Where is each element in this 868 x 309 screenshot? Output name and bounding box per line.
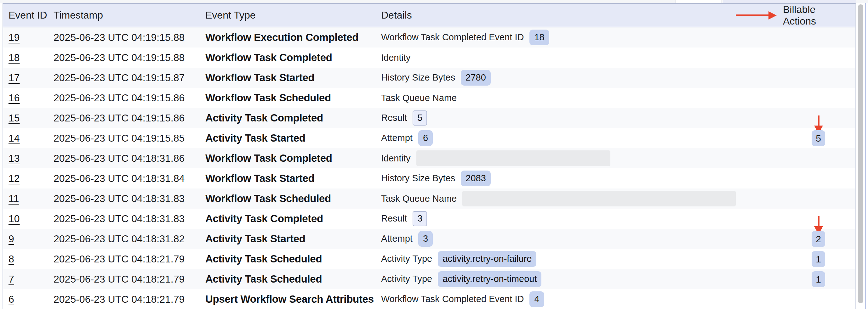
top-edge-strip [0, 0, 868, 3]
event-id-link[interactable]: 9 [8, 233, 14, 244]
event-type-text: Activity Task Completed [205, 213, 323, 225]
detail-value-badge: activity.retry-on-failure [438, 251, 536, 267]
billable-actions-cell: 5 [736, 130, 856, 146]
detail-label: Attempt [381, 234, 412, 244]
event-id-link[interactable]: 16 [8, 92, 20, 104]
redacted-value-box [416, 150, 610, 166]
event-history-table: Event ID Timestamp Event Type Details Bi… [2, 3, 856, 309]
event-details-cell: History Size Bytes 2780 [381, 70, 736, 85]
timestamp-text: 2025-06-23 UTC 04:18:31.86 [54, 152, 185, 164]
detail-label: History Size Bytes [381, 173, 455, 183]
timestamp-text: 2025-06-23 UTC 04:19:15.85 [54, 133, 185, 144]
event-id-link[interactable]: 13 [8, 152, 20, 164]
detail-label: Identity [381, 153, 411, 164]
partial-control-top-edge[interactable] [676, 0, 722, 3]
column-header-event-type: Event Type [205, 9, 381, 21]
event-type-text: Workflow Task Started [205, 172, 314, 184]
table-row[interactable]: 11 2025-06-23 UTC 04:18:31.83 Workflow T… [3, 188, 856, 209]
event-type-text: Activity Task Started [205, 132, 306, 144]
event-details-cell: Attempt 3 [381, 231, 736, 247]
table-header-row: Event ID Timestamp Event Type Details Bi… [3, 4, 856, 27]
event-id-link[interactable]: 6 [8, 294, 14, 305]
event-type-text: Activity Task Scheduled [205, 253, 322, 265]
redacted-value-box [462, 191, 736, 206]
event-details-cell: Task Queue Name [381, 191, 736, 206]
event-details-cell: Identity [381, 150, 736, 166]
column-header-details: Details [381, 9, 736, 21]
timestamp-text: 2025-06-23 UTC 04:19:15.88 [54, 52, 185, 63]
timestamp-text: 2025-06-23 UTC 04:18:31.84 [54, 173, 185, 184]
vertical-scrollbar-thumb[interactable] [858, 4, 863, 303]
event-details-cell: Workflow Task Completed Event ID 4 [381, 291, 736, 307]
billable-actions-cell: 1 [736, 251, 856, 267]
timestamp-text: 2025-06-23 UTC 04:18:31.83 [54, 213, 185, 225]
table-row[interactable]: 17 2025-06-23 UTC 04:19:15.87 Workflow T… [3, 68, 856, 88]
table-row[interactable]: 18 2025-06-23 UTC 04:19:15.88 Workflow T… [3, 47, 856, 68]
event-id-link[interactable]: 11 [8, 193, 19, 204]
table-row[interactable]: 12 2025-06-23 UTC 04:18:31.84 Workflow T… [3, 168, 856, 188]
detail-value-badge: 3 [412, 211, 427, 226]
event-details-cell: Activity Type activity.retry-on-timeout [381, 271, 736, 287]
event-details-cell: Result 3 [381, 211, 736, 226]
table-row[interactable]: 6 2025-06-23 UTC 04:18:21.79 Upsert Work… [3, 289, 856, 309]
detail-value-badge: 6 [418, 130, 433, 146]
detail-value-badge: 2083 [461, 171, 491, 186]
event-type-text: Workflow Task Completed [205, 52, 332, 63]
timestamp-text: 2025-06-23 UTC 04:18:21.79 [54, 294, 185, 305]
timestamp-text: 2025-06-23 UTC 04:19:15.88 [54, 32, 185, 43]
event-id-link[interactable]: 10 [8, 213, 20, 225]
timestamp-text: 2025-06-23 UTC 04:19:15.86 [54, 112, 185, 124]
table-row[interactable]: 10 2025-06-23 UTC 04:18:31.83 Activity T… [3, 209, 856, 229]
table-row[interactable]: 13 2025-06-23 UTC 04:18:31.86 Workflow T… [3, 148, 856, 168]
event-id-link[interactable]: 7 [8, 273, 14, 285]
detail-label: Workflow Task Completed Event ID [381, 294, 524, 304]
event-id-link[interactable]: 12 [8, 173, 20, 184]
detail-label: Result [381, 213, 407, 224]
detail-label: Task Queue Name [381, 194, 457, 204]
red-right-arrow-icon [736, 11, 777, 20]
table-body: 19 2025-06-23 UTC 04:19:15.88 Workflow E… [3, 27, 856, 309]
table-row[interactable]: 14 2025-06-23 UTC 04:19:15.85 Activity T… [3, 128, 856, 148]
event-id-link[interactable]: 14 [8, 133, 20, 144]
timestamp-text: 2025-06-23 UTC 04:19:15.87 [54, 72, 185, 83]
detail-value-badge: 3 [418, 231, 433, 247]
detail-value-badge: activity.retry-on-timeout [438, 271, 541, 287]
event-id-link[interactable]: 19 [8, 32, 20, 43]
partial-control-fill [723, 0, 856, 3]
event-type-text: Workflow Task Scheduled [205, 92, 331, 104]
detail-label: Activity Type [381, 253, 432, 264]
billable-count-badge: 5 [812, 130, 825, 146]
table-row[interactable]: 16 2025-06-23 UTC 04:19:15.86 Workflow T… [3, 88, 856, 108]
event-details-cell: Attempt 6 [381, 130, 736, 146]
event-id-link[interactable]: 18 [8, 52, 20, 63]
timestamp-text: 2025-06-23 UTC 04:18:21.79 [54, 253, 185, 265]
event-id-link[interactable]: 15 [8, 112, 20, 124]
detail-value-badge: 4 [529, 291, 544, 307]
timestamp-text: 2025-06-23 UTC 04:18:31.82 [54, 233, 185, 244]
billable-actions-header-label: Billable Actions [783, 4, 850, 27]
detail-label: History Size Bytes [381, 72, 455, 83]
detail-label: Identity [381, 53, 411, 63]
detail-label: Task Queue Name [381, 93, 457, 103]
table-row[interactable]: 19 2025-06-23 UTC 04:19:15.88 Workflow E… [3, 27, 856, 47]
event-details-cell: History Size Bytes 2083 [381, 171, 736, 186]
event-type-text: Workflow Task Started [205, 72, 314, 83]
event-details-cell: Workflow Task Completed Event ID 18 [381, 30, 736, 45]
detail-label: Workflow Task Completed Event ID [381, 32, 524, 42]
table-row[interactable]: 8 2025-06-23 UTC 04:18:21.79 Activity Ta… [3, 249, 856, 269]
event-id-link[interactable]: 8 [8, 253, 14, 265]
timestamp-text: 2025-06-23 UTC 04:18:31.83 [54, 193, 185, 204]
table-row[interactable]: 15 2025-06-23 UTC 04:19:15.86 Activity T… [3, 108, 856, 128]
event-details-cell: Identity [381, 53, 736, 63]
event-id-link[interactable]: 17 [8, 72, 20, 83]
event-type-text: Workflow Task Completed [205, 152, 332, 164]
table-row[interactable]: 9 2025-06-23 UTC 04:18:31.82 Activity Ta… [3, 229, 856, 249]
table-row[interactable]: 7 2025-06-23 UTC 04:18:21.79 Activity Ta… [3, 269, 856, 289]
detail-label: Activity Type [381, 274, 432, 284]
billable-count-badge: 1 [812, 271, 825, 287]
billable-count-badge: 1 [812, 251, 825, 267]
event-details-cell: Activity Type activity.retry-on-failure [381, 251, 736, 267]
event-type-text: Activity Task Scheduled [205, 273, 322, 285]
billable-actions-cell: 2 [736, 231, 856, 247]
event-details-cell: Result 5 [381, 110, 736, 126]
